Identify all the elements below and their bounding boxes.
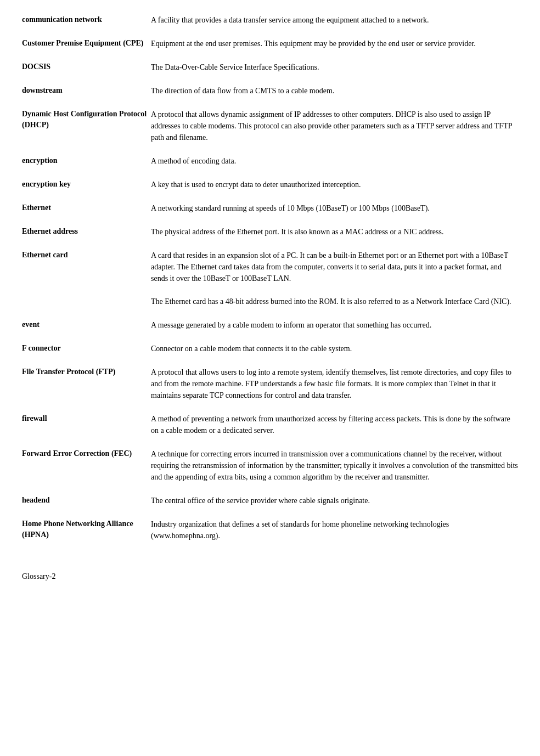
glossary-row: headendThe central office of the service…: [22, 492, 518, 510]
glossary-definition: A facility that provides a data transfer…: [151, 11, 518, 29]
glossary-row: Forward Error Correction (FEC)A techniqu…: [22, 445, 518, 486]
glossary-term: encryption: [22, 152, 151, 170]
glossary-term: event: [22, 316, 151, 334]
glossary-row: Customer Premise Equipment (CPE)Equipmen…: [22, 35, 518, 53]
glossary-term: communication network: [22, 11, 151, 29]
glossary-row: communication networkA facility that pro…: [22, 11, 518, 29]
spacer-row: [22, 545, 518, 550]
glossary-row: downstreamThe direction of data flow fro…: [22, 82, 518, 100]
spacer-row: [22, 194, 518, 199]
glossary-term: Dynamic Host Configuration Protocol (DHC…: [22, 105, 151, 146]
spacer-row: [22, 311, 518, 316]
spacer-row: [22, 334, 518, 340]
glossary-term: downstream: [22, 82, 151, 100]
glossary-definition: Industry organization that defines a set…: [151, 515, 518, 545]
spacer-row: [22, 358, 518, 363]
glossary-term: DOCSIS: [22, 58, 151, 76]
glossary-definition: A technique for correcting errors incurr…: [151, 445, 518, 486]
glossary-definition: Connector on a cable modem that connects…: [151, 340, 518, 358]
glossary-row: Home Phone Networking Alliance (HPNA)Ind…: [22, 515, 518, 545]
spacer-row: [22, 241, 518, 246]
glossary-row: eventA message generated by a cable mode…: [22, 316, 518, 334]
spacer-row: [22, 146, 518, 152]
glossary-row: Ethernet addressThe physical address of …: [22, 223, 518, 241]
glossary-row: firewallA method of preventing a network…: [22, 410, 518, 439]
glossary-definition: The central office of the service provid…: [151, 492, 518, 510]
spacer-row: [22, 100, 518, 105]
glossary-definition: A method of preventing a network from un…: [151, 410, 518, 439]
glossary-term: Ethernet: [22, 199, 151, 217]
glossary-row: EthernetA networking standard running at…: [22, 199, 518, 217]
spacer-row: [22, 170, 518, 176]
glossary-row: Ethernet cardA card that resides in an e…: [22, 246, 518, 311]
glossary-definition: A protocol that allows dynamic assignmen…: [151, 105, 518, 146]
glossary-term: Ethernet address: [22, 223, 151, 241]
glossary-definition: A networking standard running at speeds …: [151, 199, 518, 217]
glossary-term: headend: [22, 492, 151, 510]
glossary-row: File Transfer Protocol (FTP)A protocol t…: [22, 363, 518, 404]
spacer-row: [22, 439, 518, 445]
page-label: Glossary-2: [22, 572, 55, 580]
glossary-definition: A protocol that allows users to log into…: [151, 363, 518, 404]
glossary-term: firewall: [22, 410, 151, 439]
glossary-row: Dynamic Host Configuration Protocol (DHC…: [22, 105, 518, 146]
glossary-definition: A key that is used to encrypt data to de…: [151, 176, 518, 194]
glossary-definition: The direction of data flow from a CMTS t…: [151, 82, 518, 100]
spacer-row: [22, 217, 518, 223]
glossary-row: F connectorConnector on a cable modem th…: [22, 340, 518, 358]
glossary-definition: A method of encoding data.: [151, 152, 518, 170]
glossary-definition: A card that resides in an expansion slot…: [151, 246, 518, 311]
spacer-row: [22, 76, 518, 82]
spacer-row: [22, 53, 518, 58]
glossary-term: encryption key: [22, 176, 151, 194]
glossary-row: encryptionA method of encoding data.: [22, 152, 518, 170]
glossary-table: communication networkA facility that pro…: [22, 11, 518, 550]
spacer-row: [22, 510, 518, 515]
spacer-row: [22, 486, 518, 492]
glossary-row: encryption keyA key that is used to encr…: [22, 176, 518, 194]
glossary-definition: Equipment at the end user premises. This…: [151, 35, 518, 53]
glossary-definition: A message generated by a cable modem to …: [151, 316, 518, 334]
glossary-term: Home Phone Networking Alliance (HPNA): [22, 515, 151, 545]
glossary-definition: The Data-Over-Cable Service Interface Sp…: [151, 58, 518, 76]
glossary-definition: The physical address of the Ethernet por…: [151, 223, 518, 241]
glossary-term: Forward Error Correction (FEC): [22, 445, 151, 486]
glossary-row: DOCSISThe Data-Over-Cable Service Interf…: [22, 58, 518, 76]
spacer-row: [22, 404, 518, 410]
glossary-term: Customer Premise Equipment (CPE): [22, 35, 151, 53]
page-footer: Glossary-2: [22, 572, 518, 581]
glossary-term: F connector: [22, 340, 151, 358]
spacer-row: [22, 29, 518, 35]
glossary-term: File Transfer Protocol (FTP): [22, 363, 151, 404]
glossary-term: Ethernet card: [22, 246, 151, 311]
